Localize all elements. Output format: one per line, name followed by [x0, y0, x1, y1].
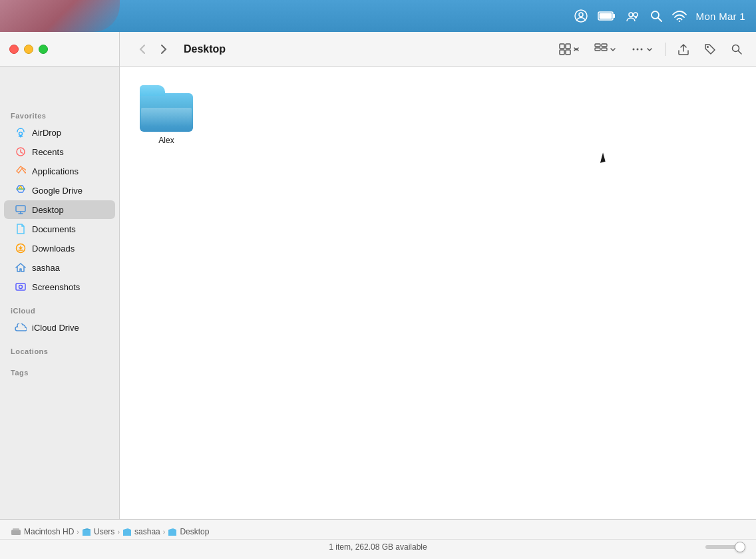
tag-button[interactable]: [699, 39, 721, 59]
user-switch-icon[interactable]: [626, 9, 640, 23]
documents-icon: [15, 223, 27, 235]
airdrop-label: AirDrop: [32, 128, 61, 138]
maximize-button[interactable]: [39, 45, 48, 54]
view-group-button[interactable]: [589, 39, 622, 59]
menubar-search-icon[interactable]: [650, 9, 663, 23]
icloud-icon: [15, 321, 27, 333]
desktop-label: Desktop: [32, 205, 64, 215]
bottom-bar: Macintosh HD › Users › sashaa ›: [0, 519, 756, 559]
svg-rect-13: [566, 50, 570, 55]
sidebar-item-applications[interactable]: Applications: [4, 162, 115, 180]
file-area[interactable]: Alex: [120, 67, 756, 519]
more-button[interactable]: [626, 39, 658, 59]
favorites-header: Favorites: [0, 106, 119, 122]
applications-icon: [15, 165, 27, 177]
sidebar-item-home[interactable]: sashaa: [4, 258, 115, 277]
svg-rect-36: [13, 528, 19, 530]
traffic-lights: [0, 32, 120, 67]
file-grid: Alex: [133, 80, 743, 150]
recents-icon: [15, 146, 27, 158]
svg-rect-33: [16, 283, 25, 290]
user-circle-icon[interactable]: [574, 9, 588, 23]
svg-rect-15: [595, 48, 600, 51]
svg-rect-10: [560, 44, 564, 49]
menubar-time: Mon Mar 1: [696, 11, 745, 22]
breadcrumb-item-sashaa[interactable]: sashaa: [122, 527, 160, 536]
home-label: sashaa: [32, 263, 60, 273]
desktop-icon: [15, 204, 27, 216]
svg-rect-4: [599, 13, 612, 19]
sidebar-item-google-drive[interactable]: Google Drive: [4, 181, 115, 200]
svg-rect-12: [560, 50, 564, 55]
svg-point-9: [678, 21, 679, 22]
breadcrumb-hd-label: Macintosh HD: [24, 527, 74, 536]
applications-label: Applications: [32, 166, 79, 176]
battery-icon[interactable]: [598, 10, 616, 22]
svg-rect-17: [602, 48, 607, 51]
breadcrumb-sashaa-label: sashaa: [134, 527, 160, 536]
menubar-decor: [0, 0, 120, 32]
sidebar-item-screenshots[interactable]: Screenshots: [4, 278, 115, 296]
tags-header: Tags: [0, 363, 119, 379]
close-button[interactable]: [9, 45, 19, 54]
breadcrumb-item-desktop[interactable]: Desktop: [168, 527, 209, 536]
svg-rect-3: [613, 14, 615, 18]
breadcrumb-sep-1: ›: [77, 528, 79, 536]
svg-rect-16: [602, 44, 607, 47]
svg-point-6: [634, 13, 638, 17]
home-icon: [15, 262, 27, 274]
file-item-alex[interactable]: Alex: [133, 80, 200, 150]
window-title: Desktop: [184, 43, 548, 55]
forward-button[interactable]: [154, 40, 173, 59]
back-button[interactable]: [133, 40, 152, 59]
svg-point-5: [629, 13, 633, 17]
screenshots-label: Screenshots: [32, 282, 80, 292]
recents-label: Recents: [32, 147, 64, 157]
nav-buttons: [133, 40, 173, 59]
breadcrumb-sep-2: ›: [117, 528, 120, 536]
breadcrumb-item-users[interactable]: Users: [82, 527, 114, 536]
share-button[interactable]: [672, 39, 695, 59]
svg-point-20: [641, 48, 643, 50]
screenshots-icon: [15, 281, 27, 293]
svg-point-21: [707, 46, 709, 48]
svg-point-34: [19, 285, 23, 289]
toolbar-separator: [665, 43, 665, 56]
wifi-icon[interactable]: [672, 10, 687, 22]
sidebar-item-recents[interactable]: Recents: [4, 142, 115, 161]
documents-label: Documents: [32, 224, 76, 234]
gdrive-label: Google Drive: [32, 186, 83, 196]
sidebar-item-documents[interactable]: Documents: [4, 220, 115, 238]
main-content: Favorites AirDrop: [0, 67, 756, 519]
svg-point-7: [652, 11, 659, 19]
breadcrumb-sep-3: ›: [163, 528, 166, 536]
svg-rect-35: [11, 530, 21, 535]
sidebar-item-airdrop[interactable]: AirDrop: [4, 123, 115, 142]
sidebar-item-icloud-drive[interactable]: iCloud Drive: [4, 318, 115, 337]
sidebar-item-desktop[interactable]: Desktop: [4, 200, 115, 219]
sidebar: Favorites AirDrop: [0, 67, 120, 519]
svg-point-19: [637, 48, 639, 50]
zoom-slider-thumb[interactable]: [735, 542, 745, 552]
locations-header: Locations: [0, 342, 119, 358]
search-button[interactable]: [725, 39, 748, 59]
svg-rect-11: [566, 44, 570, 49]
status-bar: 1 item, 262.08 GB available: [0, 540, 756, 554]
breadcrumb-desktop-label: Desktop: [180, 527, 209, 536]
breadcrumb-item-hd[interactable]: Macintosh HD: [11, 527, 74, 536]
status-text: 1 item, 262.08 GB available: [329, 542, 427, 552]
gdrive-icon: [15, 184, 27, 196]
folder-icon: [140, 85, 193, 132]
toolbar-actions: [554, 39, 748, 59]
finder-window: Desktop: [0, 32, 756, 559]
downloads-icon: [15, 242, 27, 254]
svg-line-8: [658, 18, 662, 21]
svg-line-23: [739, 51, 742, 54]
zoom-slider[interactable]: [705, 545, 745, 549]
sidebar-item-downloads[interactable]: Downloads: [4, 239, 115, 258]
svg-point-1: [579, 13, 583, 17]
view-grid-button[interactable]: [554, 39, 585, 59]
icloud-drive-label: iCloud Drive: [32, 323, 79, 333]
file-name: Alex: [158, 136, 174, 145]
minimize-button[interactable]: [24, 45, 33, 54]
